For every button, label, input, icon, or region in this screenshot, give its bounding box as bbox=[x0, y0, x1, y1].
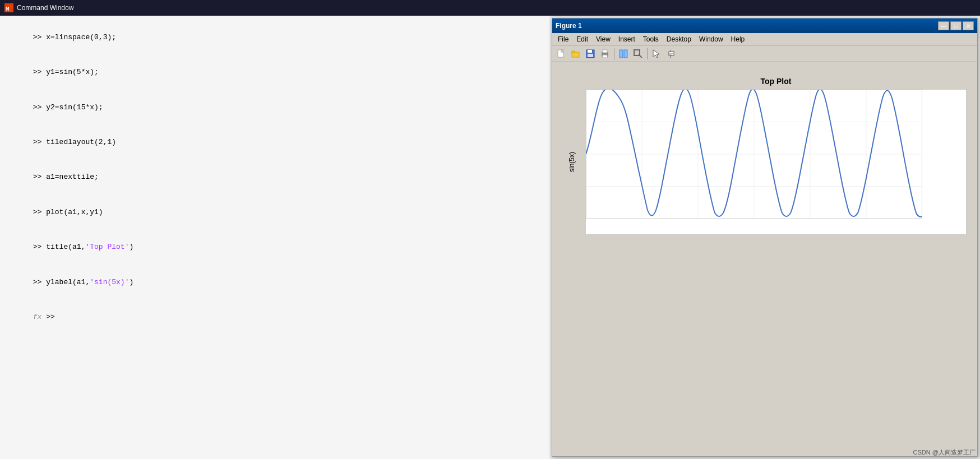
menu-view[interactable]: View bbox=[593, 34, 614, 44]
figure-title-buttons: — □ ✕ bbox=[938, 21, 974, 30]
toolbar-print-btn[interactable] bbox=[598, 47, 612, 61]
plot-wrapper: Top Plot sin(5x) bbox=[585, 89, 967, 235]
cmd-line-1: >> x=linspace(0,3); bbox=[7, 20, 543, 55]
cmd-cursor-line: fx >> bbox=[7, 300, 543, 335]
menu-edit[interactable]: Edit bbox=[573, 34, 591, 44]
menu-desktop[interactable]: Desktop bbox=[663, 34, 695, 44]
cmd-line-2: >> y1=sin(5*x); bbox=[7, 55, 543, 90]
plot-container: Top Plot sin(5x) bbox=[552, 62, 977, 456]
minimize-button[interactable]: — bbox=[938, 21, 949, 30]
matlab-icon: M bbox=[4, 3, 13, 12]
plot-svg: 1 0.5 0 -0.5 bbox=[586, 90, 922, 219]
svg-rect-13 bbox=[620, 50, 623, 58]
pan-icon bbox=[619, 49, 628, 58]
svg-rect-9 bbox=[588, 54, 593, 57]
toolbar-cursor-btn[interactable] bbox=[650, 47, 663, 61]
data-cursor-icon: xy bbox=[667, 49, 676, 58]
save-icon bbox=[586, 49, 595, 58]
cmd-line-4: >> tiledlayout(2,1) bbox=[7, 125, 543, 160]
menu-help[interactable]: Help bbox=[728, 34, 748, 44]
cmd-line-3: >> y2=sin(15*x); bbox=[7, 90, 543, 125]
title-bar-text: Command Window bbox=[17, 4, 73, 12]
toolbar-zoom-btn[interactable] bbox=[631, 47, 645, 61]
menu-file[interactable]: File bbox=[554, 34, 572, 44]
cmd-line-7: >> title(a1,'Top Plot') bbox=[7, 230, 543, 265]
title-bar: M Command Window bbox=[0, 0, 980, 16]
plot-area: 1 0.5 0 -0.5 bbox=[585, 89, 967, 235]
figure-toolbar: xy bbox=[552, 45, 977, 62]
cmd-line-6: >> plot(a1,x,y1) bbox=[7, 195, 543, 230]
toolbar-save-btn[interactable] bbox=[584, 47, 597, 61]
svg-marker-17 bbox=[653, 50, 659, 58]
svg-rect-11 bbox=[603, 50, 607, 53]
toolbar-sep-2 bbox=[647, 48, 648, 59]
svg-rect-8 bbox=[588, 50, 592, 53]
open-icon bbox=[571, 49, 580, 58]
svg-text:xy: xy bbox=[669, 53, 673, 56]
toolbar-datacursor-btn[interactable]: xy bbox=[664, 47, 678, 61]
zoom-icon bbox=[634, 49, 642, 58]
figure-title-text: Figure 1 bbox=[556, 22, 582, 30]
cmd-line-5: >> a1=nexttile; bbox=[7, 160, 543, 195]
figure-window: Figure 1 — □ ✕ File Edit View Insert Too… bbox=[552, 18, 978, 457]
svg-rect-12 bbox=[603, 55, 607, 58]
svg-rect-14 bbox=[624, 50, 627, 58]
svg-text:M: M bbox=[6, 6, 10, 12]
watermark: CSDN @人间造梦工厂 bbox=[913, 448, 976, 457]
plot-ylabel: sin(5x) bbox=[568, 152, 576, 172]
menu-insert[interactable]: Insert bbox=[615, 34, 639, 44]
command-window[interactable]: >> x=linspace(0,3); >> y1=sin(5*x); >> y… bbox=[0, 16, 549, 459]
maximize-button[interactable]: □ bbox=[950, 21, 961, 30]
close-button[interactable]: ✕ bbox=[963, 21, 974, 30]
toolbar-pan-btn[interactable] bbox=[617, 47, 630, 61]
cursor-icon bbox=[652, 49, 661, 58]
cmd-line-8: >> ylabel(a1,'sin(5x)') bbox=[7, 265, 543, 300]
print-icon bbox=[600, 49, 609, 58]
svg-rect-6 bbox=[572, 51, 575, 53]
toolbar-open-btn[interactable] bbox=[569, 47, 583, 61]
figure-title-bar: Figure 1 — □ ✕ bbox=[552, 18, 977, 33]
new-file-icon bbox=[557, 49, 566, 58]
menu-window[interactable]: Window bbox=[696, 34, 727, 44]
menu-tools[interactable]: Tools bbox=[640, 34, 662, 44]
main-area: >> x=linspace(0,3); >> y1=sin(5*x); >> y… bbox=[0, 16, 980, 459]
figure-menu-bar: File Edit View Insert Tools Desktop Wind… bbox=[552, 33, 977, 45]
toolbar-new-btn[interactable] bbox=[554, 47, 568, 61]
toolbar-sep-1 bbox=[614, 48, 614, 59]
plot-title: Top Plot bbox=[585, 77, 967, 86]
